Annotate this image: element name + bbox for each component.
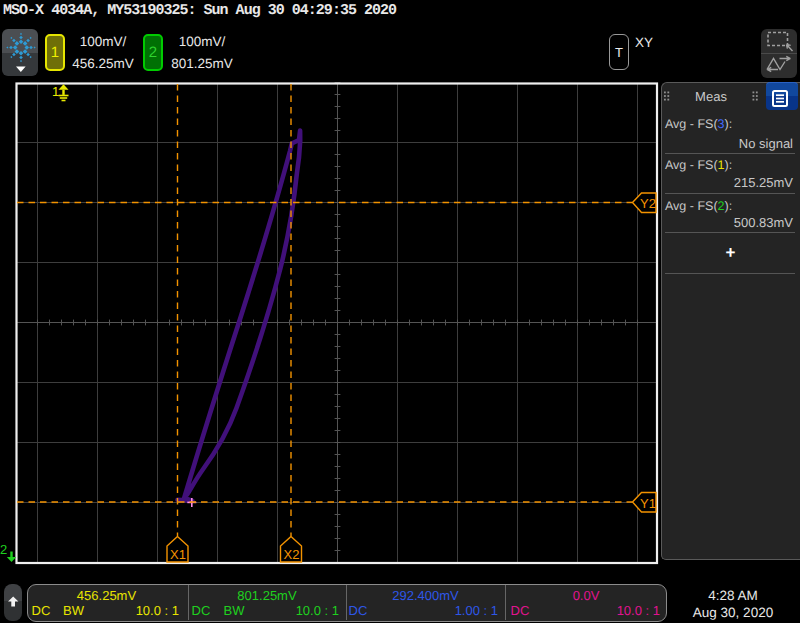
svg-text:1: 1 bbox=[52, 84, 59, 99]
svg-text:Y2: Y2 bbox=[640, 196, 656, 211]
svg-text:2: 2 bbox=[0, 542, 7, 557]
svg-text:X1: X1 bbox=[170, 547, 186, 562]
svg-text:Y1: Y1 bbox=[640, 496, 656, 511]
svg-text:X2: X2 bbox=[284, 547, 300, 562]
